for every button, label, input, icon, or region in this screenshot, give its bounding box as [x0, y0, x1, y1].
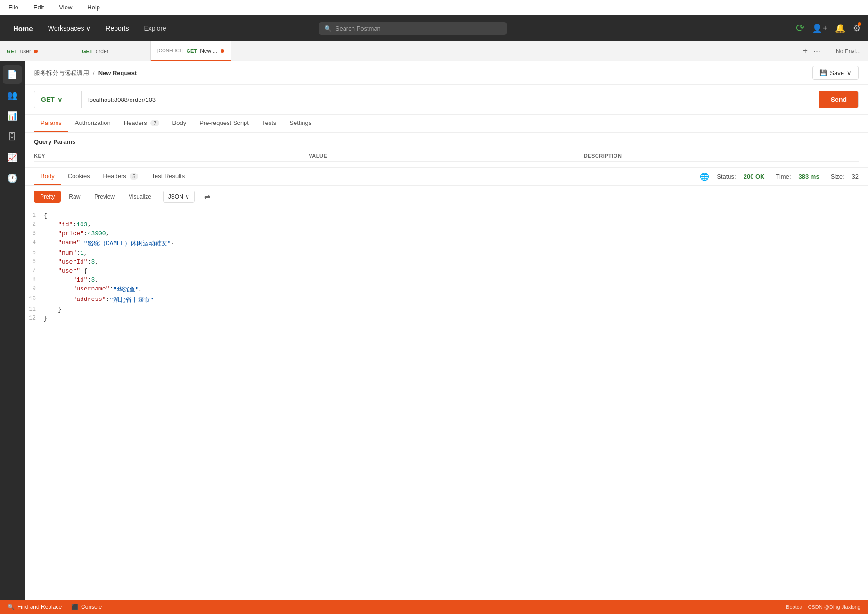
params-col-value: VALUE [309, 153, 583, 158]
json-line-3: 3 "price": 43900, [25, 229, 868, 238]
sidebar-item-new[interactable]: 📄 [3, 65, 22, 84]
find-replace-icon: 🔍 [8, 604, 15, 610]
console-label: Console [81, 604, 102, 610]
wrap-button[interactable]: ⇌ [200, 190, 214, 203]
json-line-6: 6 "userId": 3, [25, 257, 868, 266]
more-tabs-button[interactable]: ··· [811, 44, 822, 58]
sidebar-item-environments[interactable]: 📊 [3, 107, 22, 125]
tab-order[interactable]: GET order [75, 41, 151, 61]
breadcrumb: 服务拆分与远程调用 / New Request 💾 Save ∨ [25, 61, 868, 85]
tab-dot-user [34, 50, 38, 53]
tab-actions: + ··· [795, 41, 828, 61]
csdn-label: Bootca CSDN @Ding Jiaxiong [786, 604, 860, 610]
find-replace-label: Find and Replace [17, 604, 62, 610]
invite-icon[interactable]: 👤+ [812, 23, 827, 33]
json-line-11: 11 } [25, 305, 868, 314]
format-pretty-button[interactable]: Pretty [34, 191, 61, 203]
req-tab-body[interactable]: Body [166, 115, 193, 132]
sidebar-item-collections[interactable]: 👥 [3, 86, 22, 105]
menu-edit[interactable]: Edit [31, 3, 47, 12]
json-line-1: 1 { [25, 211, 868, 220]
url-bar: GET ∨ Send [34, 91, 859, 108]
nav-workspaces[interactable]: Workspaces ∨ [42, 22, 97, 35]
search-placeholder: Search Postman [336, 25, 381, 32]
menu-view[interactable]: View [56, 3, 75, 12]
format-visualize-button[interactable]: Visualize [123, 191, 157, 203]
no-environment[interactable]: No Envi... [828, 41, 868, 61]
find-replace-item[interactable]: 🔍 Find and Replace [8, 604, 62, 610]
breadcrumb-current: New Request [98, 69, 137, 76]
save-button[interactable]: 💾 Save ∨ [812, 66, 859, 80]
menu-help[interactable]: Help [84, 3, 103, 12]
params-header: KEY VALUE DESCRIPTION [34, 150, 859, 162]
request-tabs: Params Authorization Headers 7 Body Pre-… [25, 115, 868, 133]
tab-dot-new [221, 49, 224, 53]
json-line-4: 4 "name": "骆驼（CAMEL）休闲运动鞋女", [25, 238, 868, 249]
method-select[interactable]: GET ∨ [34, 91, 82, 108]
add-tab-button[interactable]: + [801, 44, 810, 58]
json-line-12: 12 } [25, 314, 868, 323]
nav-icons: ⟳ 👤+ 🔔 ⚙ [796, 22, 860, 34]
resp-tab-headers[interactable]: Headers 5 [97, 168, 145, 185]
tab-new-request[interactable]: [CONFLICT] GET New ... [151, 41, 231, 61]
tabs-bar: GET user GET order [CONFLICT] GET New ..… [0, 41, 868, 61]
resp-tab-test-results[interactable]: Test Results [145, 168, 191, 185]
time-label: Time: [776, 173, 791, 180]
nav-reports[interactable]: Reports [100, 22, 134, 35]
params-col-key: KEY [34, 153, 309, 158]
req-tab-authorization[interactable]: Authorization [68, 115, 117, 132]
format-preview-button[interactable]: Preview [88, 191, 121, 203]
sidebar-item-history[interactable]: 🕐 [3, 169, 22, 188]
req-tab-settings[interactable]: Settings [283, 115, 318, 132]
params-col-desc: DESCRIPTION [584, 153, 859, 158]
search-bar[interactable]: 🔍 Search Postman [319, 22, 507, 35]
sync-icon[interactable]: ⟳ [796, 22, 804, 34]
top-nav: Home Workspaces ∨ Reports Explore 🔍 Sear… [0, 15, 868, 41]
tab-label-new: New ... [200, 48, 217, 54]
menu-bar: File Edit View Help [0, 0, 868, 15]
response-status: 🌐 Status: 200 OK Time: 383 ms Size: 32 [700, 172, 859, 181]
send-button[interactable]: Send [819, 91, 858, 108]
req-tab-pre-request[interactable]: Pre-request Script [193, 115, 255, 132]
save-label: Save [830, 69, 844, 76]
url-input[interactable] [82, 91, 819, 108]
json-line-8: 8 "id": 3, [25, 275, 868, 284]
sidebar-item-monitor[interactable]: 📈 [3, 148, 22, 167]
req-tab-tests[interactable]: Tests [255, 115, 283, 132]
tab-user[interactable]: GET user [0, 41, 75, 61]
query-params-title: Query Params [34, 138, 859, 145]
notifications-icon[interactable]: 🔔 [835, 23, 845, 33]
tab-method-get: GET [7, 49, 17, 54]
tab-method-get3: GET [187, 48, 197, 54]
format-type-select[interactable]: JSON ∨ [163, 191, 195, 203]
console-item[interactable]: ⬛ Console [71, 604, 102, 610]
response-area: Body Cookies Headers 5 Test Results 🌐 St… [25, 167, 868, 600]
console-icon: ⬛ [71, 604, 78, 610]
req-tab-headers[interactable]: Headers 7 [117, 115, 166, 132]
status-label: Status: [717, 173, 736, 180]
menu-file[interactable]: File [6, 3, 21, 12]
nav-home[interactable]: Home [8, 22, 39, 35]
save-icon: 💾 [819, 69, 827, 76]
json-line-9: 9 "username": "华沉鱼", [25, 284, 868, 295]
req-tab-params[interactable]: Params [34, 115, 68, 132]
resp-tab-body[interactable]: Body [34, 168, 61, 185]
method-value: GET [41, 96, 55, 103]
breadcrumb-parent[interactable]: 服务拆分与远程调用 [34, 69, 89, 77]
resp-tab-cookies[interactable]: Cookies [61, 168, 97, 185]
breadcrumb-separator: / [93, 69, 95, 76]
sidebar-item-mock[interactable]: 🗄 [3, 127, 22, 146]
nav-explore[interactable]: Explore [138, 22, 172, 35]
format-raw-button[interactable]: Raw [63, 191, 86, 203]
json-body: 1 { 2 "id": 103, 3 "price": 43900, 4 "na… [25, 207, 868, 600]
json-line-2: 2 "id": 103, [25, 220, 868, 229]
conflict-label: [CONFLICT] [157, 48, 184, 53]
breadcrumb-actions: 💾 Save ∨ [812, 66, 859, 80]
tab-label-order: order [96, 48, 109, 55]
format-type-chevron-icon: ∨ [185, 193, 189, 200]
bootca-label: Bootca [786, 604, 802, 610]
json-line-7: 7 "user": { [25, 266, 868, 275]
tab-method-get2: GET [82, 49, 93, 54]
response-format-controls: Pretty Raw Preview Visualize JSON ∨ ⇌ [25, 186, 868, 207]
settings-icon[interactable]: ⚙ [853, 23, 860, 33]
